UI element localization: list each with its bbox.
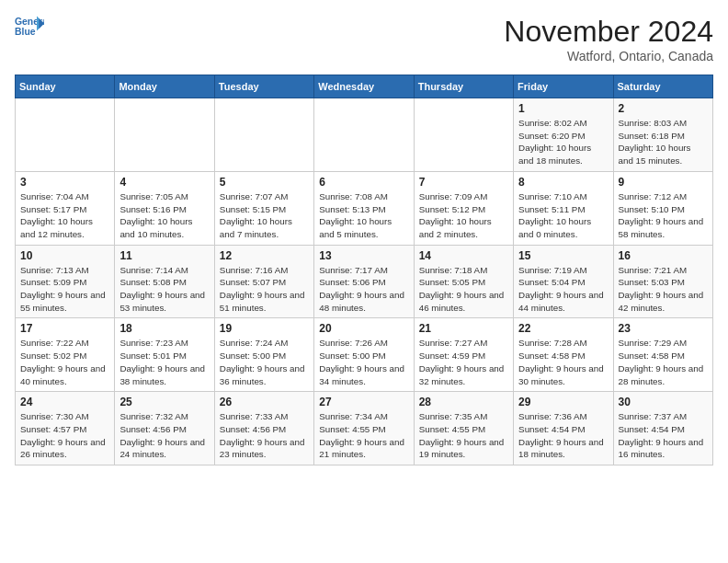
day-info: Sunrise: 7:04 AMSunset: 5:17 PMDaylight:…	[20, 190, 109, 241]
logo-icon: General Blue	[15, 15, 44, 40]
calendar-cell: 15Sunrise: 7:19 AMSunset: 5:04 PMDayligh…	[514, 245, 613, 318]
calendar-table: SundayMondayTuesdayWednesdayThursdayFrid…	[15, 75, 713, 465]
day-number: 24	[20, 396, 109, 408]
calendar-cell: 19Sunrise: 7:24 AMSunset: 5:00 PMDayligh…	[214, 318, 313, 392]
day-info: Sunrise: 7:12 AMSunset: 5:10 PMDaylight:…	[619, 190, 708, 241]
calendar-cell: 21Sunrise: 7:27 AMSunset: 4:59 PMDayligh…	[414, 318, 513, 392]
day-info: Sunrise: 7:30 AMSunset: 4:57 PMDaylight:…	[20, 410, 109, 461]
day-info: Sunrise: 7:23 AMSunset: 5:01 PMDaylight:…	[119, 337, 209, 387]
day-number: 30	[619, 396, 708, 408]
calendar-cell: 23Sunrise: 7:29 AMSunset: 4:58 PMDayligh…	[613, 318, 712, 392]
day-info: Sunrise: 7:32 AMSunset: 4:56 PMDaylight:…	[119, 410, 209, 461]
day-number: 28	[419, 396, 508, 408]
day-number: 7	[419, 176, 508, 189]
day-info: Sunrise: 7:24 AMSunset: 5:00 PMDaylight:…	[220, 337, 309, 387]
calendar-cell: 3Sunrise: 7:04 AMSunset: 5:17 PMDaylight…	[16, 171, 115, 245]
day-info: Sunrise: 7:33 AMSunset: 4:56 PMDaylight:…	[220, 410, 309, 461]
calendar-cell: 17Sunrise: 7:22 AMSunset: 5:02 PMDayligh…	[16, 318, 115, 392]
day-number: 29	[518, 396, 608, 408]
day-number: 23	[619, 322, 708, 335]
day-number: 27	[319, 396, 408, 408]
day-info: Sunrise: 7:19 AMSunset: 5:04 PMDaylight:…	[518, 264, 608, 315]
weekday-header-saturday: Saturday	[613, 75, 712, 98]
day-number: 10	[20, 249, 109, 262]
weekday-row: SundayMondayTuesdayWednesdayThursdayFrid…	[16, 75, 713, 98]
day-info: Sunrise: 7:17 AMSunset: 5:06 PMDaylight:…	[319, 264, 408, 315]
weekday-header-friday: Friday	[514, 75, 613, 98]
day-info: Sunrise: 8:03 AMSunset: 6:18 PMDaylight:…	[619, 117, 708, 167]
day-number: 19	[220, 322, 309, 335]
day-number: 5	[220, 176, 309, 189]
page-header: General Blue November 2024 Watford, Onta…	[15, 15, 713, 63]
calendar-cell: 25Sunrise: 7:32 AMSunset: 4:56 PMDayligh…	[115, 392, 214, 465]
day-number: 14	[419, 249, 508, 262]
calendar-cell: 16Sunrise: 7:21 AMSunset: 5:03 PMDayligh…	[613, 245, 712, 318]
day-info: Sunrise: 7:35 AMSunset: 4:55 PMDaylight:…	[419, 410, 508, 461]
day-info: Sunrise: 7:13 AMSunset: 5:09 PMDaylight:…	[20, 264, 109, 315]
calendar-cell: 10Sunrise: 7:13 AMSunset: 5:09 PMDayligh…	[16, 245, 115, 318]
calendar-cell: 5Sunrise: 7:07 AMSunset: 5:15 PMDaylight…	[214, 171, 313, 245]
calendar-cell: 1Sunrise: 8:02 AMSunset: 6:20 PMDaylight…	[514, 98, 613, 172]
day-number: 15	[518, 249, 608, 262]
calendar-cell: 11Sunrise: 7:14 AMSunset: 5:08 PMDayligh…	[115, 245, 214, 318]
day-info: Sunrise: 7:09 AMSunset: 5:12 PMDaylight:…	[419, 190, 508, 241]
weekday-header-monday: Monday	[115, 75, 214, 98]
calendar-week-5: 24Sunrise: 7:30 AMSunset: 4:57 PMDayligh…	[16, 392, 713, 465]
calendar-cell	[115, 98, 214, 172]
calendar-week-1: 1Sunrise: 8:02 AMSunset: 6:20 PMDaylight…	[16, 98, 713, 172]
calendar-cell	[16, 98, 115, 172]
day-info: Sunrise: 7:34 AMSunset: 4:55 PMDaylight:…	[319, 410, 408, 461]
calendar-week-2: 3Sunrise: 7:04 AMSunset: 5:17 PMDaylight…	[16, 171, 713, 245]
day-info: Sunrise: 7:36 AMSunset: 4:54 PMDaylight:…	[518, 410, 608, 461]
day-info: Sunrise: 7:21 AMSunset: 5:03 PMDaylight:…	[619, 264, 708, 315]
title-block: November 2024 Watford, Ontario, Canada	[504, 15, 713, 63]
calendar-cell: 20Sunrise: 7:26 AMSunset: 5:00 PMDayligh…	[314, 318, 414, 392]
day-info: Sunrise: 7:08 AMSunset: 5:13 PMDaylight:…	[319, 190, 408, 241]
calendar-cell: 24Sunrise: 7:30 AMSunset: 4:57 PMDayligh…	[16, 392, 115, 465]
day-number: 21	[419, 322, 508, 335]
day-info: Sunrise: 7:22 AMSunset: 5:02 PMDaylight:…	[20, 337, 109, 387]
day-info: Sunrise: 7:05 AMSunset: 5:16 PMDaylight:…	[119, 190, 209, 241]
weekday-header-sunday: Sunday	[16, 75, 115, 98]
calendar-cell: 18Sunrise: 7:23 AMSunset: 5:01 PMDayligh…	[115, 318, 214, 392]
day-number: 20	[319, 322, 408, 335]
day-number: 18	[119, 322, 209, 335]
calendar-cell: 2Sunrise: 8:03 AMSunset: 6:18 PMDaylight…	[613, 98, 712, 172]
weekday-header-thursday: Thursday	[414, 75, 513, 98]
calendar-cell: 4Sunrise: 7:05 AMSunset: 5:16 PMDaylight…	[115, 171, 214, 245]
day-number: 6	[319, 176, 408, 189]
day-info: Sunrise: 7:16 AMSunset: 5:07 PMDaylight:…	[220, 264, 309, 315]
calendar-cell: 12Sunrise: 7:16 AMSunset: 5:07 PMDayligh…	[214, 245, 313, 318]
svg-text:Blue: Blue	[15, 27, 36, 37]
calendar-week-3: 10Sunrise: 7:13 AMSunset: 5:09 PMDayligh…	[16, 245, 713, 318]
calendar-cell	[214, 98, 313, 172]
day-number: 16	[619, 249, 708, 262]
calendar-cell	[414, 98, 513, 172]
calendar-cell: 30Sunrise: 7:37 AMSunset: 4:54 PMDayligh…	[613, 392, 712, 465]
day-number: 1	[518, 102, 608, 115]
day-info: Sunrise: 7:27 AMSunset: 4:59 PMDaylight:…	[419, 337, 508, 387]
day-number: 22	[518, 322, 608, 335]
day-info: Sunrise: 7:07 AMSunset: 5:15 PMDaylight:…	[220, 190, 309, 241]
calendar-cell: 9Sunrise: 7:12 AMSunset: 5:10 PMDaylight…	[613, 171, 712, 245]
calendar-cell: 28Sunrise: 7:35 AMSunset: 4:55 PMDayligh…	[414, 392, 513, 465]
calendar-header: SundayMondayTuesdayWednesdayThursdayFrid…	[16, 75, 713, 98]
location: Watford, Ontario, Canada	[504, 49, 713, 63]
calendar-cell	[314, 98, 414, 172]
day-number: 11	[119, 249, 209, 262]
month-title: November 2024	[504, 15, 713, 49]
day-info: Sunrise: 7:28 AMSunset: 4:58 PMDaylight:…	[518, 337, 608, 387]
day-number: 17	[20, 322, 109, 335]
day-number: 8	[518, 176, 608, 189]
day-info: Sunrise: 7:10 AMSunset: 5:11 PMDaylight:…	[518, 190, 608, 241]
day-number: 25	[119, 396, 209, 408]
day-info: Sunrise: 7:29 AMSunset: 4:58 PMDaylight:…	[619, 337, 708, 387]
calendar-cell: 6Sunrise: 7:08 AMSunset: 5:13 PMDaylight…	[314, 171, 414, 245]
day-number: 3	[20, 176, 109, 189]
calendar-cell: 29Sunrise: 7:36 AMSunset: 4:54 PMDayligh…	[514, 392, 613, 465]
day-info: Sunrise: 7:26 AMSunset: 5:00 PMDaylight:…	[319, 337, 408, 387]
day-number: 9	[619, 176, 708, 189]
day-info: Sunrise: 7:37 AMSunset: 4:54 PMDaylight:…	[619, 410, 708, 461]
weekday-header-tuesday: Tuesday	[214, 75, 313, 98]
day-number: 4	[119, 176, 209, 189]
